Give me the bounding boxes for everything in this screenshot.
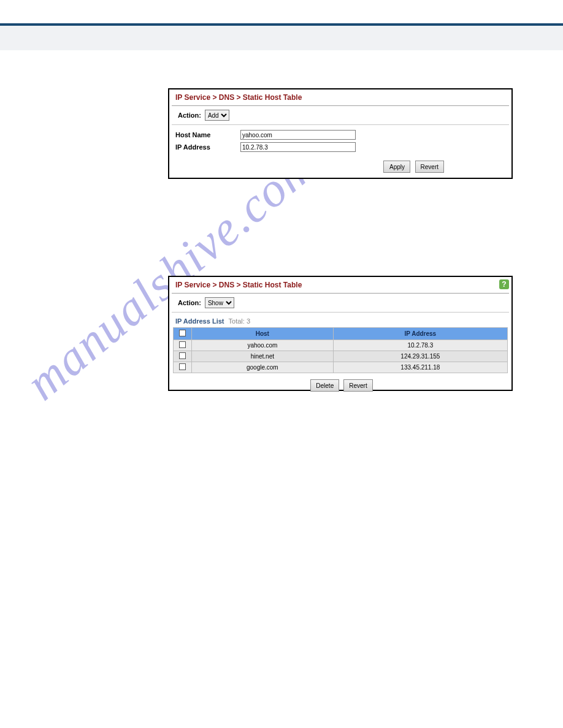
apply-button[interactable]: Apply: [383, 161, 410, 173]
row-checkbox[interactable]: [179, 341, 186, 348]
breadcrumb: IP Service > DNS > Static Host Table: [169, 277, 511, 293]
list-title: IP Address List: [175, 317, 224, 325]
form-area: Host Name IP Address Apply Revert: [169, 126, 511, 173]
button-row: Apply Revert: [175, 154, 505, 173]
host-cell: hinet.net: [192, 351, 334, 362]
ip-cell: 133.45.211.18: [333, 362, 507, 373]
help-icon[interactable]: ?: [499, 279, 509, 289]
revert-button[interactable]: Revert: [415, 161, 444, 173]
host-cell: yahoo.com: [192, 340, 334, 351]
select-all-header: [174, 328, 192, 340]
ip-cell: 124.29.31.155: [333, 351, 507, 362]
delete-button[interactable]: Delete: [310, 379, 339, 392]
static-host-add-panel: IP Service > DNS > Static Host Table Act…: [168, 88, 513, 179]
action-row: Action: Add: [172, 106, 509, 125]
host-name-input[interactable]: [240, 130, 356, 140]
action-select[interactable]: Show: [205, 297, 234, 308]
host-column-header: Host: [192, 328, 334, 340]
action-label: Action:: [178, 112, 201, 119]
static-host-show-panel: ? IP Service > DNS > Static Host Table A…: [168, 276, 513, 391]
ip-address-input[interactable]: [240, 142, 356, 152]
host-name-label: Host Name: [175, 131, 240, 138]
action-row: Action: Show: [172, 294, 509, 313]
select-all-checkbox[interactable]: [179, 330, 186, 336]
list-total: Total: 3: [229, 317, 250, 325]
table-row: hinet.net 124.29.31.155: [174, 351, 508, 362]
action-select[interactable]: Add: [205, 110, 229, 121]
table-header-row: Host IP Address: [174, 328, 508, 340]
breadcrumb: IP Service > DNS > Static Host Table: [169, 89, 511, 105]
header-band: [0, 26, 563, 50]
ip-cell: 10.2.78.3: [333, 340, 507, 351]
list-header: IP Address List Total: 3: [169, 314, 511, 327]
host-cell: google.com: [192, 362, 334, 373]
table-row: yahoo.com 10.2.78.3: [174, 340, 508, 351]
help-icons: ?: [499, 279, 509, 289]
row-checkbox[interactable]: [179, 363, 186, 370]
revert-button[interactable]: Revert: [343, 379, 372, 392]
ip-address-label: IP Address: [175, 143, 240, 151]
host-name-row: Host Name: [175, 130, 505, 140]
row-checkbox[interactable]: [179, 352, 186, 359]
ip-column-header: IP Address: [333, 328, 507, 340]
button-row: Delete Revert: [169, 373, 511, 392]
ip-address-row: IP Address: [175, 142, 505, 152]
table-row: google.com 133.45.211.18: [174, 362, 508, 373]
host-table: Host IP Address yahoo.com 10.2.78.3 hine…: [173, 327, 508, 373]
action-label: Action:: [178, 299, 201, 306]
